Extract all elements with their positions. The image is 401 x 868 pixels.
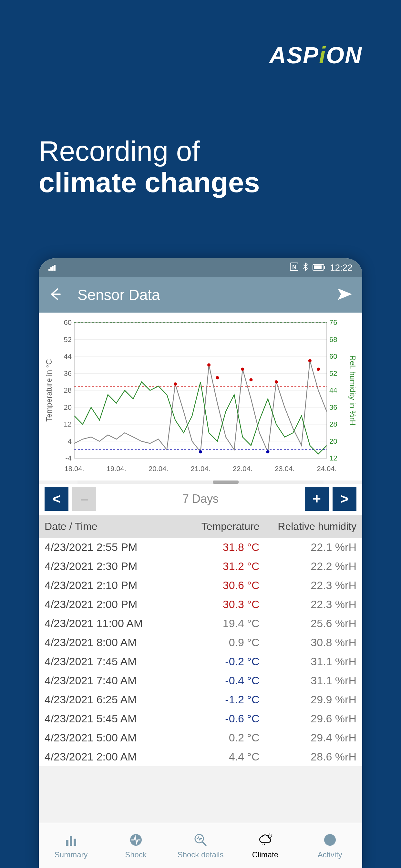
svg-text:12: 12 <box>329 454 337 462</box>
svg-text:52: 52 <box>64 336 72 344</box>
page-title: Sensor Data <box>78 286 321 304</box>
svg-text:28: 28 <box>329 420 337 428</box>
svg-text:76: 76 <box>329 319 337 327</box>
nav-shock[interactable]: Shock <box>103 823 168 868</box>
clock-time: 12:22 <box>330 262 352 273</box>
nav-label: Summary <box>55 850 88 859</box>
table-row[interactable]: 4/23/2021 7:45 AM-0.2 °C31.1 %rH <box>39 652 362 671</box>
svg-text:Temperature in °C: Temperature in °C <box>45 359 53 422</box>
table-header: Date / Time Temperature Relative humidit… <box>39 516 362 538</box>
table-row[interactable]: 4/23/2021 5:00 AM0.2 °C29.4 %rH <box>39 728 362 747</box>
cell-temperature: 30.6 °C <box>182 579 269 592</box>
cell-datetime: 4/23/2021 5:45 AM <box>44 712 182 725</box>
cell-humidity: 22.1 %rH <box>269 541 357 553</box>
svg-text:Rel. humidity in %rH: Rel. humidity in %rH <box>348 355 356 425</box>
cell-datetime: 4/23/2021 11:00 AM <box>44 617 182 630</box>
zoom-in-button[interactable]: + <box>305 487 329 511</box>
cell-humidity: 25.6 %rH <box>269 617 357 629</box>
svg-point-50 <box>216 376 219 379</box>
svg-text:20.04.: 20.04. <box>149 465 168 473</box>
cell-datetime: 4/23/2021 2:30 PM <box>44 560 182 572</box>
nav-label: Climate <box>252 850 278 859</box>
svg-text:20: 20 <box>64 403 72 411</box>
phone-mockup: N 12:22 Sensor Data -4412202836445260122… <box>39 258 362 868</box>
svg-text:19.04.: 19.04. <box>106 465 126 473</box>
cell-temperature: -0.2 °C <box>182 655 269 668</box>
svg-rect-7 <box>324 266 325 269</box>
cell-datetime: 4/23/2021 5:00 AM <box>44 732 182 744</box>
nav-shock-details[interactable]: Shock details <box>168 823 233 868</box>
table-row[interactable]: 4/23/2021 2:00 AM4.4 °C28.6 %rH <box>39 747 362 766</box>
svg-point-64 <box>269 835 272 838</box>
svg-text:12: 12 <box>64 420 72 428</box>
svg-line-66 <box>272 834 273 834</box>
svg-text:60: 60 <box>64 319 72 327</box>
col-temperature: Temperature <box>182 521 269 532</box>
svg-text:24.04.: 24.04. <box>317 465 336 473</box>
svg-rect-0 <box>49 269 50 271</box>
col-datetime: Date / Time <box>44 521 182 532</box>
svg-text:4: 4 <box>68 437 72 445</box>
svg-text:36: 36 <box>64 369 72 377</box>
cell-temperature: 31.8 °C <box>182 541 269 554</box>
cell-datetime: 4/23/2021 2:10 PM <box>44 579 182 592</box>
svg-text:52: 52 <box>329 369 337 377</box>
cell-datetime: 4/23/2021 7:45 AM <box>44 655 182 668</box>
svg-text:44: 44 <box>329 386 337 394</box>
chart[interactable]: -441220283644526012202836445260687618.04… <box>39 313 362 480</box>
svg-text:21.04.: 21.04. <box>190 465 210 473</box>
nav-label: Shock details <box>178 850 224 859</box>
svg-text:44: 44 <box>64 352 72 361</box>
table-row[interactable]: 4/23/2021 8:00 AM0.9 °C30.8 %rH <box>39 633 362 652</box>
chart-svg: -441220283644526012202836445260687618.04… <box>45 319 356 478</box>
nav-summary[interactable]: Summary <box>39 823 103 868</box>
svg-rect-59 <box>66 840 68 846</box>
headline-line1: Recording of <box>39 135 200 167</box>
table-row[interactable]: 4/23/2021 2:55 PM31.8 °C22.1 %rH <box>39 538 362 557</box>
svg-text:36: 36 <box>329 403 337 411</box>
cell-humidity: 29.4 %rH <box>269 732 357 744</box>
svg-rect-8 <box>314 266 321 269</box>
svg-text:23.04.: 23.04. <box>275 465 295 473</box>
send-icon[interactable] <box>337 288 352 302</box>
cell-temperature: -1.2 °C <box>182 693 269 706</box>
cell-humidity: 22.3 %rH <box>269 598 357 610</box>
search-shock-icon <box>193 832 208 848</box>
back-icon[interactable] <box>49 288 61 302</box>
svg-point-52 <box>249 378 252 381</box>
cloud-icon <box>257 832 273 848</box>
nav-climate[interactable]: Climate <box>233 823 297 868</box>
next-button[interactable]: > <box>333 487 357 511</box>
svg-text:22.04.: 22.04. <box>233 465 252 473</box>
battery-icon <box>312 262 326 273</box>
svg-rect-60 <box>70 836 72 846</box>
headline: Recording of climate changes <box>39 135 260 198</box>
cell-humidity: 29.6 %rH <box>269 713 357 724</box>
svg-text:18.04.: 18.04. <box>64 465 84 473</box>
table-row[interactable]: 4/23/2021 2:00 PM30.3 °C22.3 %rH <box>39 595 362 614</box>
cell-temperature: 19.4 °C <box>182 617 269 630</box>
table-body: 4/23/2021 2:55 PM31.8 °C22.1 %rH4/23/202… <box>39 538 362 766</box>
cell-temperature: 0.9 °C <box>182 636 269 649</box>
cell-temperature: 4.4 °C <box>182 750 269 763</box>
table-row[interactable]: 4/23/2021 11:00 AM19.4 °C25.6 %rH <box>39 614 362 633</box>
nav-label: Activity <box>318 850 342 859</box>
cell-humidity: 31.1 %rH <box>269 655 357 668</box>
table-row[interactable]: 4/23/2021 7:40 AM-0.4 °C31.1 %rH <box>39 671 362 690</box>
cell-temperature: 30.3 °C <box>182 598 269 611</box>
table-row[interactable]: 4/23/2021 2:30 PM31.2 °C22.2 %rH <box>39 557 362 576</box>
headline-line2: climate changes <box>39 166 260 198</box>
cell-datetime: 4/23/2021 2:00 PM <box>44 598 182 611</box>
zoom-out-button[interactable]: – <box>72 487 96 511</box>
nav-activity[interactable]: Activity <box>298 823 362 868</box>
cell-humidity: 31.1 %rH <box>269 675 357 686</box>
prev-button[interactable]: < <box>44 487 68 511</box>
table-row[interactable]: 4/23/2021 6:25 AM-1.2 °C29.9 %rH <box>39 690 362 709</box>
svg-point-49 <box>207 363 211 367</box>
bottom-nav: SummaryShockShock detailsClimateActivity <box>39 823 362 868</box>
table-row[interactable]: 4/23/2021 2:10 PM30.6 °C22.3 %rH <box>39 576 362 595</box>
table-row[interactable]: 4/23/2021 5:45 AM-0.6 °C29.6 %rH <box>39 709 362 728</box>
cell-datetime: 4/23/2021 6:25 AM <box>44 693 182 706</box>
chart-scrollbar[interactable] <box>78 480 323 484</box>
cell-humidity: 22.2 %rH <box>269 560 357 572</box>
